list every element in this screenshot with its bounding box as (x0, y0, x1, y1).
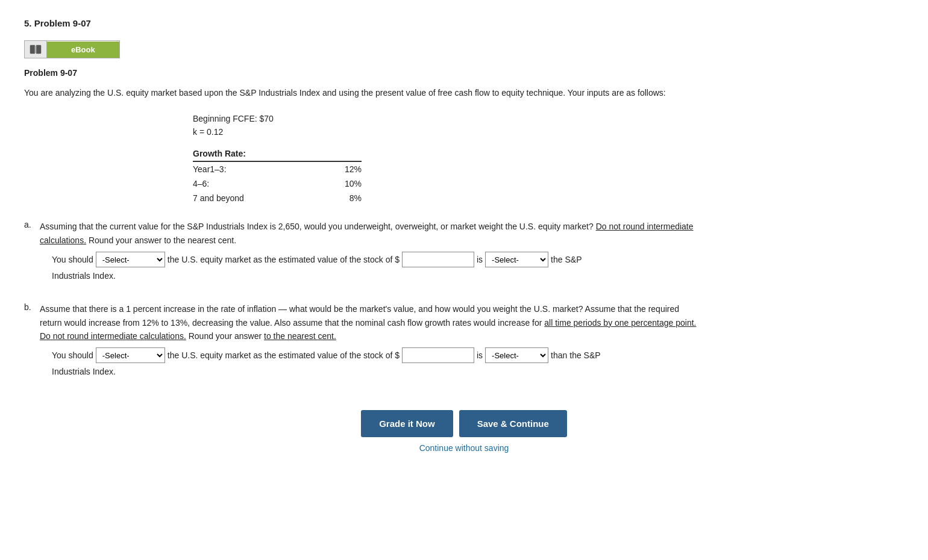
problem-title: 5. Problem 9-07 (24, 18, 904, 28)
part-b-input[interactable] (402, 347, 474, 363)
part-a-select1[interactable]: -Select- underweight overweight market w… (96, 252, 165, 267)
part-b-is: is (477, 350, 483, 360)
growth-rate: 10% (311, 176, 362, 191)
book-icon (25, 41, 47, 58)
part-a-prefix: You should (52, 255, 93, 264)
part-b-continuation: Industrials Index. (52, 367, 904, 376)
part-b-answer-row: You should -Select- underweight overweig… (52, 347, 904, 363)
growth-period: Year1–3: (193, 161, 311, 176)
svg-rect-1 (36, 45, 41, 54)
growth-period: 4–6: (193, 176, 311, 191)
part-a-is: is (477, 255, 483, 264)
action-buttons: Grade it Now Save & Continue (24, 410, 904, 437)
ebook-button[interactable]: eBook (24, 40, 120, 58)
growth-rate: 8% (311, 191, 362, 205)
part-b-select1[interactable]: -Select- underweight overweight market w… (96, 347, 165, 363)
growth-period: 7 and beyond (193, 191, 311, 205)
grade-button[interactable]: Grade it Now (361, 410, 453, 437)
part-a-text: Assuming that the current value for the … (40, 220, 703, 247)
intro-text: You are analyzing the U.S. equity market… (24, 86, 687, 99)
part-b-prefix: You should (52, 350, 93, 360)
part-b-letter: b. (24, 302, 36, 386)
ebook-label: eBook (47, 42, 119, 58)
part-a-mid: the U.S. equity market as the estimated … (168, 255, 400, 264)
part-a-input[interactable] (402, 252, 474, 267)
part-a-continuation: Industrials Index. (52, 271, 904, 281)
growth-rate-table: Growth Rate: Year1–3:12%4–6:10%7 and bey… (193, 149, 362, 205)
part-b-text: Assume that there is a 1 percent increas… (40, 302, 703, 343)
part-b-section: b. Assume that there is a 1 percent incr… (24, 302, 904, 386)
part-a-suffix: the S&P (551, 255, 582, 264)
part-a-letter: a. (24, 220, 36, 290)
continue-without-saving-link[interactable]: Continue without saving (24, 443, 904, 453)
growth-rate: 12% (311, 161, 362, 176)
part-a-section: a. Assuming that the current value for t… (24, 220, 904, 290)
part-b-mid: the U.S. equity market as the estimated … (168, 350, 400, 360)
part-b-suffix: than the S&P (551, 350, 601, 360)
save-button[interactable]: Save & Continue (459, 410, 567, 437)
part-a-answer-row: You should -Select- underweight overweig… (52, 252, 904, 267)
problem-subtitle: Problem 9-07 (24, 68, 904, 78)
k-value: k = 0.12 (193, 127, 904, 137)
part-b-select2[interactable]: -Select- less than greater than equal to (485, 347, 548, 363)
svg-rect-0 (30, 45, 35, 54)
growth-rate-header: Growth Rate: (193, 149, 362, 161)
fcfe-value: Beginning FCFE: $70 (193, 114, 904, 123)
part-a-select2[interactable]: -Select- less than greater than equal to (485, 252, 548, 267)
